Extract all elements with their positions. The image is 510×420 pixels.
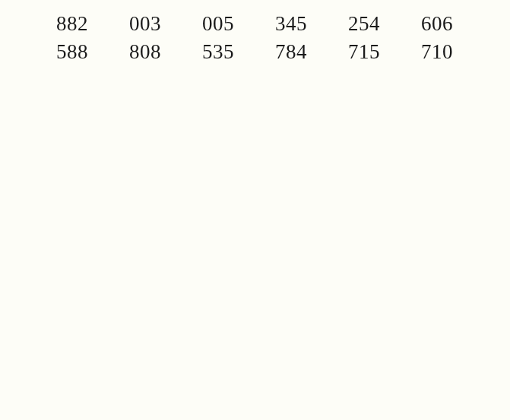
number-row: 882 003 005 345 254 606: [47, 12, 510, 36]
number-cell: 345: [266, 12, 307, 36]
number-cell: 254: [339, 12, 380, 36]
number-cell: 784: [266, 40, 307, 64]
number-cell: 808: [120, 40, 161, 64]
number-grid: 882 003 005 345 254 606 588 808 535 784 …: [47, 12, 510, 64]
number-cell: 535: [193, 40, 234, 64]
number-cell: 003: [120, 12, 161, 36]
number-cell: 606: [412, 12, 453, 36]
number-cell: 005: [193, 12, 234, 36]
number-cell: 710: [412, 40, 453, 64]
number-cell: 715: [339, 40, 380, 64]
number-row: 588 808 535 784 715 710: [47, 40, 510, 64]
number-cell: 882: [47, 12, 88, 36]
number-cell: 588: [47, 40, 88, 64]
